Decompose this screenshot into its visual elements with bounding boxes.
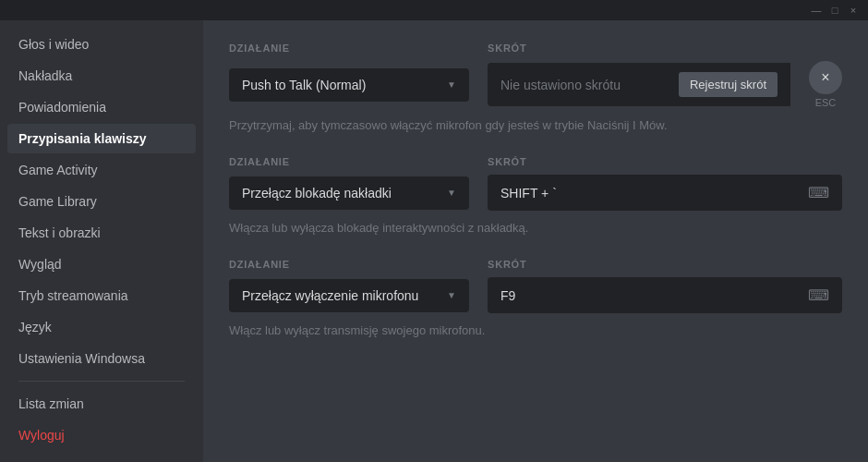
keybind-headers: DZIAŁANIESKRÓT [229, 43, 842, 54]
sidebar-item-lista-zmian[interactable]: Lista zmian [7, 389, 196, 419]
chevron-down-icon: ▼ [447, 188, 456, 198]
keybind-controls: Przełącz wyłączenie mikrofonu▼F9⌨ [229, 277, 842, 313]
shortcut-field-toggle-mute[interactable]: F9⌨ [488, 277, 842, 313]
action-header: DZIAŁANIE [229, 43, 469, 54]
shortcut-value: F9 [500, 288, 515, 303]
sidebar-item-powiadomienia[interactable]: Powiadomienia [7, 92, 196, 122]
sidebar-item-nakladka[interactable]: Nakładka [7, 61, 196, 91]
sidebar-item-wyloguj[interactable]: Wyloguj [7, 420, 196, 450]
keybind-row-push-to-talk: DZIAŁANIESKRÓTPush to Talk (Normal)▼Nie … [229, 43, 842, 134]
sidebar-item-tekst-i-obrazki[interactable]: Tekst i obrazki [7, 218, 196, 248]
action-dropdown-toggle-mute[interactable]: Przełącz wyłączenie mikrofonu▼ [229, 279, 469, 312]
maximize-button[interactable]: □ [829, 5, 840, 16]
keybind-description-toggle-mute: Włącz lub wyłącz transmisję swojego mikr… [229, 322, 842, 339]
settings-content: DZIAŁANIESKRÓTPush to Talk (Normal)▼Nie … [203, 20, 868, 462]
titlebar: — □ × [0, 0, 868, 20]
keybind-description-toggle-overlay-lock: Włącza lub wyłącza blokadę interaktywnoś… [229, 220, 842, 237]
esc-button[interactable]: × [809, 61, 842, 94]
esc-label: ESC [815, 97, 837, 108]
esc-button-container: ×ESC [809, 61, 842, 108]
sidebar-item-przypisania-klawiszy[interactable]: Przypisania klawiszy [7, 124, 196, 153]
shortcut-value: SHIFT + ` [500, 186, 557, 201]
action-dropdown-push-to-talk[interactable]: Push to Talk (Normal)▼ [229, 68, 469, 102]
dropdown-value: Przełącz wyłączenie mikrofonu [242, 288, 418, 303]
app-body: Głos i wideoNakładkaPowiadomieniaPrzypis… [0, 20, 868, 462]
keybind-controls: Przełącz blokadę nakładki▼SHIFT + `⌨ [229, 175, 842, 211]
sidebar-item-game-library[interactable]: Game Library [7, 187, 196, 216]
shortcut-header: SKRÓT [488, 259, 842, 270]
keyboard-icon: ⌨ [808, 184, 829, 201]
sidebar-item-glos-i-wideo[interactable]: Głos i wideo [7, 30, 196, 59]
action-dropdown-toggle-overlay-lock[interactable]: Przełącz blokadę nakładki▼ [229, 176, 469, 210]
shortcut-not-set: Nie ustawiono skrótu [500, 78, 621, 92]
shortcut-header: SKRÓT [488, 156, 842, 167]
register-shortcut-button[interactable]: Rejestruj skrót [679, 72, 778, 97]
action-header: DZIAŁANIE [229, 156, 469, 167]
keyboard-icon: ⌨ [808, 286, 829, 304]
dropdown-value: Przełącz blokadę nakładki [242, 186, 392, 201]
keybind-headers: DZIAŁANIESKRÓT [229, 156, 842, 167]
keybind-headers: DZIAŁANIESKRÓT [229, 259, 842, 270]
shortcut-field-toggle-overlay-lock[interactable]: SHIFT + `⌨ [488, 175, 842, 211]
keybind-row-toggle-mute: DZIAŁANIESKRÓTPrzełącz wyłączenie mikrof… [229, 259, 842, 339]
sidebar-item-jezyk[interactable]: Język [7, 312, 196, 342]
keybind-row-toggle-overlay-lock: DZIAŁANIESKRÓTPrzełącz blokadę nakładki▼… [229, 156, 842, 237]
keybind-controls: Push to Talk (Normal)▼Nie ustawiono skró… [229, 61, 842, 108]
sidebar-item-tryb-streamowania[interactable]: Tryb streamowania [7, 281, 196, 310]
action-header: DZIAŁANIE [229, 259, 469, 270]
sidebar: Głos i wideoNakładkaPowiadomieniaPrzypis… [0, 20, 203, 462]
chevron-down-icon: ▼ [447, 290, 456, 300]
chevron-down-icon: ▼ [447, 79, 456, 90]
minimize-button[interactable]: — [811, 5, 822, 16]
sidebar-item-wyglad[interactable]: Wygląd [7, 249, 196, 279]
keybind-description-push-to-talk: Przytrzymaj, aby tymczasowo włączyć mikr… [229, 117, 842, 134]
shortcut-field-push-to-talk[interactable]: Nie ustawiono skrótuRejestruj skrót [488, 63, 790, 106]
sidebar-item-ustawienia-windowsa[interactable]: Ustawienia Windowsa [7, 344, 196, 373]
sidebar-divider [18, 381, 185, 382]
shortcut-header: SKRÓT [488, 43, 842, 54]
close-button[interactable]: × [848, 5, 859, 16]
sidebar-item-game-activity[interactable]: Game Activity [7, 155, 196, 185]
window-controls: — □ × [811, 5, 859, 16]
dropdown-value: Push to Talk (Normal) [242, 78, 366, 92]
